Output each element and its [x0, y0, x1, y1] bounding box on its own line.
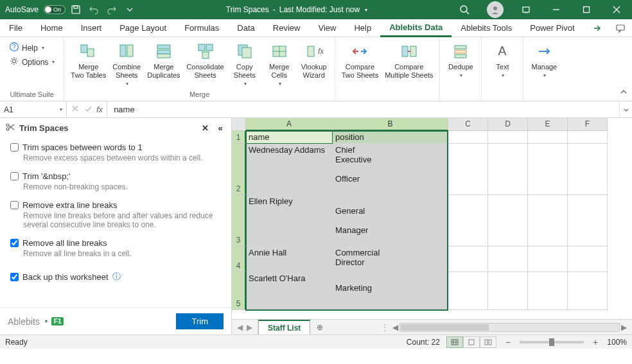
cell-C1[interactable]	[448, 131, 488, 144]
option-checkbox-label[interactable]: Remove extra line breaks	[10, 200, 221, 210]
horizontal-scrollbar[interactable]	[399, 323, 620, 332]
tab-file[interactable]: File	[0, 19, 31, 37]
cell-D4[interactable]	[488, 247, 528, 272]
cell-F3[interactable]	[568, 195, 608, 247]
hscroll-separator[interactable]: ⋮	[381, 323, 391, 332]
cell-B4[interactable]: Commercial Director	[333, 247, 448, 272]
doc-status[interactable]: Last Modified: Just now	[279, 5, 360, 14]
cell-E1[interactable]	[528, 131, 568, 144]
collapse-pane-icon[interactable]: «	[215, 122, 226, 134]
tab-view[interactable]: View	[309, 19, 345, 37]
manage-button[interactable]: Manage▾	[527, 40, 561, 81]
option-checkbox-label[interactable]: Remove all line breaks	[10, 238, 221, 248]
view-page-break-button[interactable]	[480, 336, 496, 348]
sheet-nav-next-icon[interactable]: ▶	[247, 323, 252, 332]
cell-B3[interactable]: General Manager	[333, 195, 448, 247]
row-header-5[interactable]: 5	[232, 272, 246, 310]
checkbox[interactable]	[10, 143, 19, 152]
row-header-2[interactable]: 2	[232, 144, 246, 195]
copy-sheets-button[interactable]: Copy Sheets▾	[228, 40, 261, 89]
info-icon[interactable]: ⓘ	[112, 271, 121, 282]
cell-D2[interactable]	[488, 144, 528, 195]
checkbox[interactable]	[10, 273, 19, 281]
zoom-in-button[interactable]: +	[590, 337, 601, 347]
save-icon[interactable]	[68, 2, 83, 17]
cell-A5[interactable]: Scarlett O'Hara	[246, 272, 333, 310]
trim-button[interactable]: Trim	[176, 313, 224, 329]
cell-F2[interactable]	[568, 144, 608, 195]
add-sheet-button[interactable]: ⊕	[310, 320, 329, 334]
tab-review[interactable]: Review	[264, 19, 310, 37]
text-button[interactable]: AText▾	[486, 40, 519, 81]
f1-badge[interactable]: F1	[51, 317, 64, 325]
autosave-toggle[interactable]: On	[44, 5, 66, 14]
expand-formula-bar-icon[interactable]	[619, 101, 632, 117]
cell-C5[interactable]	[448, 272, 488, 310]
col-header-D[interactable]: D	[488, 118, 528, 131]
option-checkbox-label[interactable]: Back up this worksheet ⓘ	[10, 271, 221, 282]
select-all-corner[interactable]	[232, 118, 246, 131]
zoom-slider[interactable]	[520, 341, 584, 343]
col-header-C[interactable]: C	[448, 118, 488, 131]
search-icon[interactable]	[456, 1, 473, 18]
comments-button[interactable]	[609, 20, 632, 37]
tab-power-pivot[interactable]: Power Pivot	[521, 19, 583, 37]
collapse-ribbon-icon[interactable]	[619, 87, 628, 98]
consolidate-sheets-button[interactable]: Consolidate Sheets	[184, 40, 227, 81]
cell-D1[interactable]	[488, 131, 528, 144]
col-header-F[interactable]: F	[568, 118, 608, 131]
row-header-1[interactable]: 1	[232, 131, 246, 144]
redo-icon[interactable]	[104, 2, 119, 17]
user-account-icon[interactable]	[487, 1, 504, 18]
tab-formulas[interactable]: Formulas	[175, 19, 228, 37]
checkbox[interactable]	[10, 239, 19, 247]
enter-formula-icon[interactable]	[83, 104, 92, 115]
col-header-B[interactable]: B	[333, 118, 448, 131]
fx-icon[interactable]: fx	[96, 105, 103, 114]
option-checkbox-label[interactable]: Trim spaces between words to 1	[10, 143, 221, 152]
hscroll-right-icon[interactable]: ▶	[620, 323, 628, 332]
name-box[interactable]: A1 ▾	[0, 101, 67, 117]
vlookup-wizard-button[interactable]: fxVlookup Wizard	[297, 40, 331, 81]
row-header-4[interactable]: 4	[232, 247, 246, 272]
zoom-level[interactable]: 100%	[607, 338, 627, 347]
hscroll-left-icon[interactable]: ◀	[391, 323, 399, 332]
undo-icon[interactable]	[86, 2, 101, 17]
cell-A2[interactable]: Wednesday Addams	[246, 144, 333, 195]
cell-B2[interactable]: Chief Executive Officer	[333, 144, 448, 195]
ablebits-brand[interactable]: Ablebits ▾ F1	[8, 316, 64, 327]
checkbox[interactable]	[10, 201, 19, 209]
tab-help[interactable]: Help	[345, 19, 380, 37]
minimize-button[interactable]	[541, 0, 570, 19]
sheet-nav-prev-icon[interactable]: ◀	[237, 323, 243, 332]
formula-input[interactable]: name	[107, 101, 619, 117]
sheet-tab-staff-list[interactable]: Staff List	[258, 320, 310, 334]
cell-D5[interactable]	[488, 272, 528, 310]
cell-F4[interactable]	[568, 247, 608, 272]
cell-C4[interactable]	[448, 247, 488, 272]
dedupe-button[interactable]: Dedupe▾	[444, 40, 477, 81]
col-header-A[interactable]: A	[246, 118, 333, 131]
cell-C2[interactable]	[448, 144, 488, 195]
cell-A4[interactable]: Annie Hall	[246, 247, 333, 272]
cell-A1[interactable]: name	[246, 131, 333, 144]
option-checkbox-label[interactable]: Trim '&nbsp;'	[10, 171, 221, 181]
close-button[interactable]	[602, 0, 631, 19]
cell-E5[interactable]	[528, 272, 568, 310]
tab-ablebits-data[interactable]: Ablebits Data	[380, 19, 452, 37]
merge-two-tables-button[interactable]: Merge Two Tables	[68, 40, 109, 81]
cell-E3[interactable]	[528, 195, 568, 247]
maximize-button[interactable]	[572, 0, 601, 19]
col-header-E[interactable]: E	[528, 118, 568, 131]
close-pane-icon[interactable]: ✕	[199, 122, 211, 134]
share-button[interactable]	[586, 20, 609, 37]
cell-B5[interactable]: Marketing	[333, 272, 448, 310]
cell-D3[interactable]	[488, 195, 528, 247]
cancel-formula-icon[interactable]	[71, 104, 80, 115]
view-page-layout-button[interactable]	[463, 336, 480, 348]
tab-ablebits-tools[interactable]: Ablebits Tools	[452, 19, 521, 37]
zoom-out-button[interactable]: −	[503, 337, 513, 347]
view-normal-button[interactable]	[446, 336, 463, 348]
chevron-down-icon[interactable]: ▾	[365, 7, 367, 13]
cell-A3[interactable]: Ellen Ripley	[246, 195, 333, 247]
